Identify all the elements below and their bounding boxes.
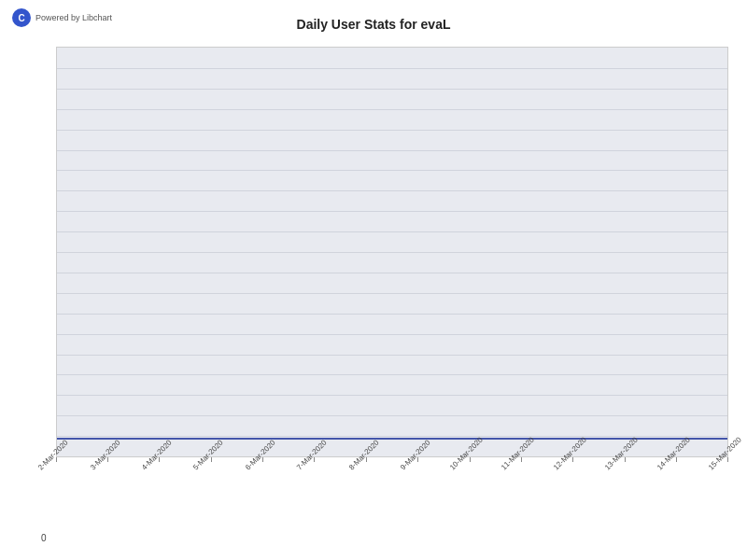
grid-line [57,293,727,294]
grid-line [57,150,727,151]
grid-line [57,314,727,315]
x-tick [521,457,522,462]
grid-line [57,170,727,171]
libchart-logo-icon: C [11,7,32,28]
svg-text:C: C [18,13,24,23]
grid-line [57,374,727,375]
y-axis-label: 0 [41,533,47,543]
grid-line [57,130,727,131]
grid-line [57,436,727,437]
grid-line [57,395,727,396]
grid-line [57,68,727,69]
x-tick [625,457,626,462]
grid-line [57,190,727,191]
grid-line [57,89,727,90]
chart-plot-area [56,47,728,457]
grid-line [57,252,727,253]
grid-line [57,355,727,356]
chart-title: Daily User Stats for evaL [9,9,738,35]
chart-container: C Powered by Libchart Daily User Stats f… [0,0,747,560]
grid-line [57,273,727,273]
x-tick [676,457,677,462]
x-tick [572,457,573,462]
grid-line [57,231,727,232]
x-axis: 2-Mar-20203-Mar-20204-Mar-20205-Mar-2020… [56,457,728,551]
x-tick [727,457,728,462]
grid-line [57,109,727,110]
grid-line [57,211,727,212]
zero-line [57,438,727,440]
grid-line [57,334,727,335]
powered-by-text: Powered by Libchart [35,13,112,23]
x-tick [470,457,471,462]
powered-by-badge: C Powered by Libchart [11,7,112,28]
grid-lines [57,48,727,456]
grid-line [57,415,727,416]
